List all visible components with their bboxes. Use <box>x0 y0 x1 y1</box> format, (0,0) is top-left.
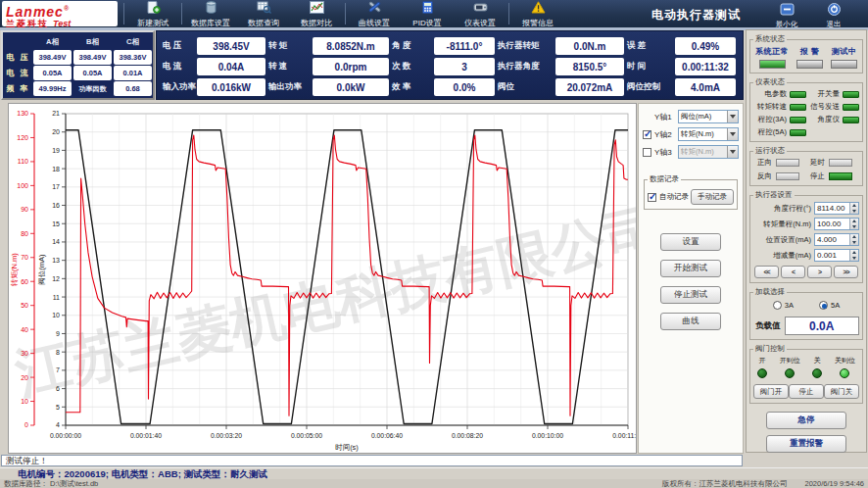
valve-led-row: 开开到位关关到位 <box>753 356 859 378</box>
valve-button-0[interactable]: 阀门开 <box>753 384 789 399</box>
y-axis1-select[interactable]: 阀位(mA) <box>678 110 739 123</box>
svg-text:9: 9 <box>56 330 60 337</box>
measure-value: 0.0N.m <box>555 37 624 55</box>
curve-settings-button[interactable]: 曲线设置 <box>348 1 401 27</box>
exit-button[interactable]: 退出 <box>813 2 854 28</box>
emergency-button-0[interactable]: 急停 <box>766 412 846 429</box>
chevron-down-icon[interactable] <box>727 111 738 122</box>
action-button-1[interactable]: 开始测试 <box>660 260 721 277</box>
actuator-field-spinner[interactable]: 0.001 <box>814 249 859 262</box>
phase-row-label: 频 率 <box>5 81 31 96</box>
auto-record-checkbox[interactable] <box>648 193 656 202</box>
alarm-info-button[interactable]: 报警信息 <box>511 1 564 27</box>
meter-led <box>843 117 859 123</box>
y-axis2-checkbox[interactable] <box>643 130 651 139</box>
minimize-icon <box>780 2 795 19</box>
measure-label: 输出功率 <box>268 78 310 96</box>
data-query-button[interactable]: 数据查询 <box>237 1 290 27</box>
action-button-2[interactable]: 停止测试 <box>660 286 721 304</box>
svg-text:70: 70 <box>21 254 28 261</box>
meter-status-item: 角度仪 <box>806 115 859 124</box>
actuator-field-spinner[interactable]: 4.000 <box>814 233 859 246</box>
y-axis3-value: 转矩(N.m) <box>679 147 727 157</box>
meter-settings-button[interactable]: 仪表设置 <box>454 1 506 27</box>
spin-up-icon[interactable] <box>852 204 856 207</box>
spin-down-icon[interactable] <box>852 225 856 228</box>
svg-text:7: 7 <box>56 366 60 373</box>
spin-up-icon[interactable] <box>852 251 856 254</box>
test-curve-chart: 江苏兰菱机电科技有限公司0102030405060708090100110120… <box>9 104 636 453</box>
actuator-field-value: 100.00 <box>815 220 849 228</box>
data-compare-button[interactable]: 数据对比 <box>290 1 343 27</box>
manual-record-button[interactable]: 手动记录 <box>691 189 734 205</box>
emergency-button-1[interactable]: 重置报警 <box>766 435 846 453</box>
measure-value: 0.49% <box>675 37 736 55</box>
data-query-icon <box>257 0 271 18</box>
spin-up-icon[interactable] <box>852 220 856 222</box>
status-message-strip: 测试停止！ <box>0 455 868 467</box>
meter-status-item: 程控(3A) <box>753 115 806 124</box>
status-led-bar <box>796 60 823 69</box>
meter-status-item: 信号发送 <box>806 102 859 112</box>
spin-down-icon[interactable] <box>852 257 856 260</box>
data-record-group: 数据记录 自动记录 手动记录 <box>644 174 738 210</box>
valve-button-1[interactable]: 停止 <box>789 384 824 399</box>
spin-down-icon[interactable] <box>852 210 856 213</box>
svg-text:4: 4 <box>56 421 60 428</box>
run-status-item: 反向 <box>753 171 806 181</box>
measure-label: 执行器角度 <box>498 58 553 75</box>
svg-text:0.00:01:40: 0.00:01:40 <box>130 432 162 439</box>
toolbar-button-label: 曲线设置 <box>359 19 390 27</box>
phase-value-cell: 0.01A <box>114 66 152 80</box>
database-settings-button[interactable]: 数据库设置 <box>184 1 237 27</box>
load-option[interactable]: 3A <box>773 301 794 310</box>
actuator-field-spinner[interactable]: 8114.00 <box>814 202 859 215</box>
minimize-button[interactable]: 最小化 <box>766 2 807 28</box>
meter-led <box>790 104 806 111</box>
phase-header-cell: A相 <box>33 34 72 49</box>
valve-button-2[interactable]: 阀门关 <box>824 384 859 399</box>
position-nav-buttons: <<<>>> <box>753 266 859 278</box>
spin-down-icon[interactable] <box>852 241 856 244</box>
load-option[interactable]: 5A <box>819 301 840 310</box>
datetime-text: 2020/6/19 9:54:46 <box>805 479 864 488</box>
database-icon <box>204 0 218 18</box>
pid-settings-icon <box>420 0 435 18</box>
pid-settings-button[interactable]: PID设置 <box>401 1 454 27</box>
position-nav-button-2[interactable]: > <box>807 266 832 278</box>
radio-icon[interactable] <box>773 301 782 310</box>
measure-value: 0.0kW <box>313 78 389 96</box>
action-button-0[interactable]: 设置 <box>660 233 721 251</box>
y-axis3-checkbox[interactable] <box>643 148 651 157</box>
status-led-bar <box>759 60 786 69</box>
y-axis3-row: Y轴3 转矩(N.m) <box>643 145 739 159</box>
chevron-down-icon[interactable] <box>727 128 738 140</box>
spinner-arrows[interactable] <box>849 250 858 261</box>
svg-text:0.00:06:40: 0.00:06:40 <box>371 432 403 439</box>
meter-led <box>843 104 859 111</box>
system-status-label: 测试中 <box>832 46 857 57</box>
spinner-arrows[interactable] <box>849 203 858 214</box>
spinner-arrows[interactable] <box>849 219 858 229</box>
radio-icon[interactable] <box>819 301 828 310</box>
main-toolbar: 新建测试 数据库设置 数据查询 数据对比 曲线设置 PID设置 <box>121 0 564 27</box>
meter-status-label: 程控(5A) <box>758 127 787 137</box>
run-status-item: 正向 <box>753 158 806 168</box>
actuator-field-spinner[interactable]: 100.00 <box>814 218 859 230</box>
spin-up-icon[interactable] <box>852 235 856 238</box>
y-axis2-select[interactable]: 转矩(N.m) <box>678 127 739 141</box>
phase-corner-cell <box>5 34 31 49</box>
svg-text:11: 11 <box>53 294 60 301</box>
position-nav-button-0[interactable]: << <box>754 266 779 278</box>
svg-text:0.00:03:20: 0.00:03:20 <box>211 432 242 439</box>
position-nav-button-1[interactable]: < <box>781 266 805 278</box>
new-test-button[interactable]: 新建测试 <box>126 1 179 27</box>
action-button-3[interactable]: 曲线 <box>660 313 721 330</box>
measure-label: 时 间 <box>627 58 672 75</box>
measure-label: 次 数 <box>392 58 431 75</box>
spinner-arrows[interactable] <box>849 234 858 245</box>
measure-value: 0.016kW <box>197 78 265 96</box>
phase-header-cell: C相 <box>114 34 152 49</box>
measure-label: 误 差 <box>627 37 672 55</box>
position-nav-button-3[interactable]: >> <box>834 266 858 278</box>
